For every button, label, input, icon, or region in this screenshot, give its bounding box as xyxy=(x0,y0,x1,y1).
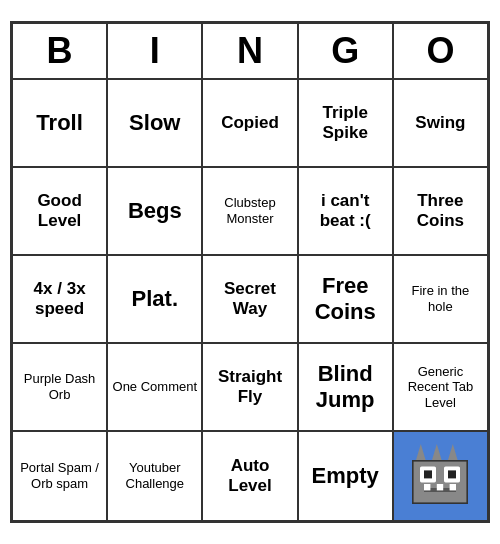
cell-r0-c0: Troll xyxy=(12,79,107,167)
header-o: O xyxy=(393,23,488,79)
cell-r3-c1: One Comment xyxy=(107,343,202,431)
cell-r3-c4: Generic Recent Tab Level xyxy=(393,343,488,431)
cell-r0-c1: Slow xyxy=(107,79,202,167)
monster-icon xyxy=(400,436,480,516)
svg-rect-15 xyxy=(412,460,414,504)
cell-r2-c1: Plat. xyxy=(107,255,202,343)
svg-rect-13 xyxy=(412,460,468,462)
cell-r0-c4: Swing xyxy=(393,79,488,167)
bingo-header: B I N G O xyxy=(12,23,488,79)
cell-r3-c2: Straight Fly xyxy=(202,343,297,431)
bingo-grid: TrollSlowCopiedTriple SpikeSwingGood Lev… xyxy=(12,79,488,521)
header-n: N xyxy=(202,23,297,79)
header-b: B xyxy=(12,23,107,79)
cell-r1-c4: Three Coins xyxy=(393,167,488,255)
svg-rect-16 xyxy=(467,460,469,504)
svg-rect-7 xyxy=(424,484,430,490)
header-i: I xyxy=(107,23,202,79)
cell-r4-c4 xyxy=(393,431,488,521)
cell-r2-c4: Fire in the hole xyxy=(393,255,488,343)
header-g: G xyxy=(298,23,393,79)
cell-r3-c3: Blind Jump xyxy=(298,343,393,431)
cell-r1-c3: i can't beat :( xyxy=(298,167,393,255)
cell-r0-c3: Triple Spike xyxy=(298,79,393,167)
bingo-card: B I N G O TrollSlowCopiedTriple SpikeSwi… xyxy=(10,21,490,523)
cell-r4-c1: Youtuber Challenge xyxy=(107,431,202,521)
cell-r3-c0: Purple Dash Orb xyxy=(12,343,107,431)
cell-r1-c0: Good Level xyxy=(12,167,107,255)
cell-r2-c0: 4x / 3x speed xyxy=(12,255,107,343)
cell-r4-c2: Auto Level xyxy=(202,431,297,521)
cell-r2-c3: Free Coins xyxy=(298,255,393,343)
svg-rect-4 xyxy=(424,470,432,478)
svg-rect-14 xyxy=(412,502,468,504)
cell-r1-c2: Clubstep Monster xyxy=(202,167,297,255)
cell-r2-c2: Secret Way xyxy=(202,255,297,343)
cell-r1-c1: Begs xyxy=(107,167,202,255)
svg-rect-8 xyxy=(437,484,443,490)
svg-rect-1 xyxy=(412,460,468,504)
svg-rect-9 xyxy=(450,484,456,490)
cell-r4-c0: Portal Spam / Orb spam xyxy=(12,431,107,521)
cell-r0-c2: Copied xyxy=(202,79,297,167)
cell-r4-c3: Empty xyxy=(298,431,393,521)
svg-rect-5 xyxy=(448,470,456,478)
